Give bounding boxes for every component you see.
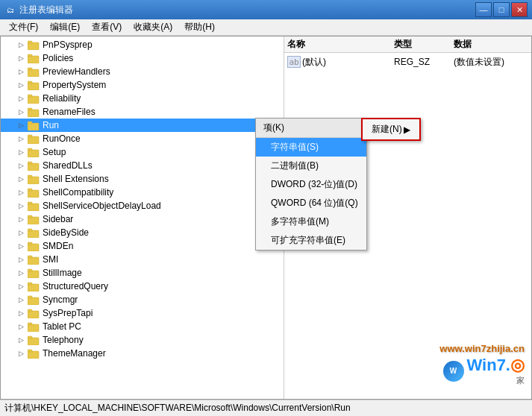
svg-rect-6: [28, 83, 39, 90]
menu-view[interactable]: 查看(V): [86, 19, 128, 35]
tree-expander-icon: ▷: [16, 201, 26, 211]
menu-favorites[interactable]: 收藏夹(A): [128, 19, 178, 35]
tree-item[interactable]: ▷ Reliability: [1, 92, 284, 105]
svg-rect-7: [28, 81, 32, 83]
ctx-item-string[interactable]: 字符串值(S): [256, 138, 366, 157]
tree-item[interactable]: ▷ PropertySystem: [1, 78, 284, 92]
tree-item[interactable]: ▷ RunOnce: [1, 132, 284, 145]
tree-item[interactable]: ▷ SharedDLLs: [1, 159, 284, 172]
tree-scroll[interactable]: ▷ PnPSysprep▷ Policies▷ PreviewHandlers▷…: [1, 37, 284, 399]
tree-item-label: Setup: [41, 147, 66, 157]
tree-expander-icon: ▷: [16, 214, 26, 224]
svg-rect-15: [28, 135, 32, 137]
registry-header: 名称 类型 数据: [284, 37, 531, 53]
folder-icon: [28, 335, 40, 345]
tree-expander-icon: ▷: [16, 254, 26, 265]
svg-rect-43: [28, 323, 32, 325]
window-icon: 🗂: [4, 4, 16, 16]
minimize-button[interactable]: —: [475, 2, 492, 17]
svg-rect-9: [28, 95, 32, 97]
tree-item-label: PreviewHandlers: [41, 66, 110, 77]
ctx-item-binary[interactable]: 二进制值(B): [256, 157, 366, 175]
tree-expander-icon: ▷: [16, 321, 26, 332]
tree-item[interactable]: ▷ Syncmgr: [1, 293, 284, 306]
tree-item[interactable]: ▷ PreviewHandlers: [1, 65, 284, 78]
tree-item-label: StillImage: [41, 268, 82, 278]
tree-expander-icon: ▷: [16, 147, 26, 157]
tree-expander-icon: ▷: [16, 133, 26, 144]
tree-item[interactable]: ▷ Sidebar: [1, 212, 284, 226]
tree-expander-icon: ▷: [16, 40, 26, 50]
menu-help[interactable]: 帮助(H): [178, 19, 221, 35]
svg-rect-19: [28, 162, 32, 164]
tree-item[interactable]: ▷ SideBySide: [1, 226, 284, 239]
submenu-new-item[interactable]: 新建(N) ▶: [363, 119, 419, 139]
svg-rect-26: [28, 217, 39, 224]
svg-rect-38: [28, 297, 39, 305]
ctx-item-qword[interactable]: QWORD (64 位)值(Q): [256, 194, 366, 212]
tree-item[interactable]: ▷ SMI: [1, 253, 284, 266]
folder-icon: [28, 133, 40, 144]
menu-file[interactable]: 文件(F): [3, 19, 44, 35]
folder-icon: [28, 241, 40, 251]
tree-expander-icon: ▷: [16, 107, 26, 117]
svg-rect-2: [28, 56, 39, 63]
svg-rect-0: [28, 42, 39, 50]
close-button[interactable]: ✕: [511, 2, 528, 17]
menu-edit[interactable]: 编辑(E): [44, 19, 86, 35]
tree-expander-icon: ▷: [16, 187, 26, 198]
folder-icon: [28, 281, 40, 291]
ctx-item-expandstring[interactable]: 可扩充字符串值(E): [256, 231, 366, 250]
folder-icon: [28, 348, 40, 359]
maximize-button[interactable]: □: [493, 2, 510, 17]
folder-icon: [28, 308, 40, 318]
folder-icon: [28, 214, 40, 224]
svg-rect-40: [28, 311, 39, 318]
ctx-item-multistring[interactable]: 多字符串值(M): [256, 212, 366, 231]
tree-item-label: PnPSysprep: [41, 40, 93, 50]
tree-item-label: Tablet PC: [41, 321, 81, 332]
tree-item[interactable]: ▷ Setup: [1, 145, 284, 159]
folder-icon: [28, 160, 40, 171]
svg-rect-30: [28, 244, 39, 251]
tree-item[interactable]: ▷ Policies: [1, 51, 284, 65]
tree-item[interactable]: ▷ StillImage: [1, 266, 284, 280]
svg-rect-21: [28, 175, 32, 177]
tree-expander-icon: ▷: [16, 227, 26, 238]
tree-item[interactable]: ▷ ThemeManager: [1, 347, 284, 360]
svg-rect-16: [28, 150, 39, 157]
svg-rect-17: [28, 148, 32, 151]
tree-item[interactable]: ▷ Run: [1, 119, 284, 132]
folder-icon: [28, 40, 40, 50]
svg-rect-5: [28, 68, 32, 70]
tree-item[interactable]: ▷ Tablet PC: [1, 320, 284, 333]
registry-row-default[interactable]: ab (默认) REG_SZ (数值未设置): [284, 54, 531, 69]
tree-item[interactable]: ▷ Telephony: [1, 333, 284, 347]
tree-item[interactable]: ▷ StructuredQuery: [1, 280, 284, 293]
tree-item[interactable]: ▷ SMDEn: [1, 239, 284, 253]
svg-rect-45: [28, 336, 32, 338]
tree-item[interactable]: ▷ Shell Extensions: [1, 172, 284, 186]
folder-icon: [28, 187, 40, 198]
tree-expander-icon: ▷: [16, 174, 26, 184]
tree-item-label: Syncmgr: [41, 294, 78, 305]
svg-rect-35: [28, 269, 32, 271]
folder-icon: [28, 294, 40, 305]
tree-item[interactable]: ▷ ShellServiceObjectDelayLoad: [1, 199, 284, 212]
tree-item[interactable]: ▷ ShellCompatibility: [1, 186, 284, 199]
tree-item-label: RenameFiles: [41, 107, 96, 117]
tree-item[interactable]: ▷ PnPSysprep: [1, 38, 284, 51]
svg-rect-25: [28, 202, 32, 204]
svg-rect-42: [28, 324, 39, 332]
tree-item[interactable]: ▷ RenameFiles: [1, 105, 284, 119]
ctx-item-dword[interactable]: DWORD (32-位)值(D): [256, 175, 366, 194]
tree-expander-icon: ▷: [16, 120, 26, 130]
col-data-header: 数据: [454, 38, 528, 51]
status-bar: 计算机\HKEY_LOCAL_MACHINE\SOFTWARE\Microsof…: [0, 400, 532, 416]
tree-item-label: Run: [41, 120, 59, 130]
tree-item-label: RunOnce: [41, 133, 81, 144]
svg-rect-18: [28, 163, 39, 171]
tree-item[interactable]: ▷ SysPrepTapi: [1, 306, 284, 320]
svg-rect-28: [28, 230, 39, 238]
tree-item-label: Telephony: [41, 335, 84, 345]
